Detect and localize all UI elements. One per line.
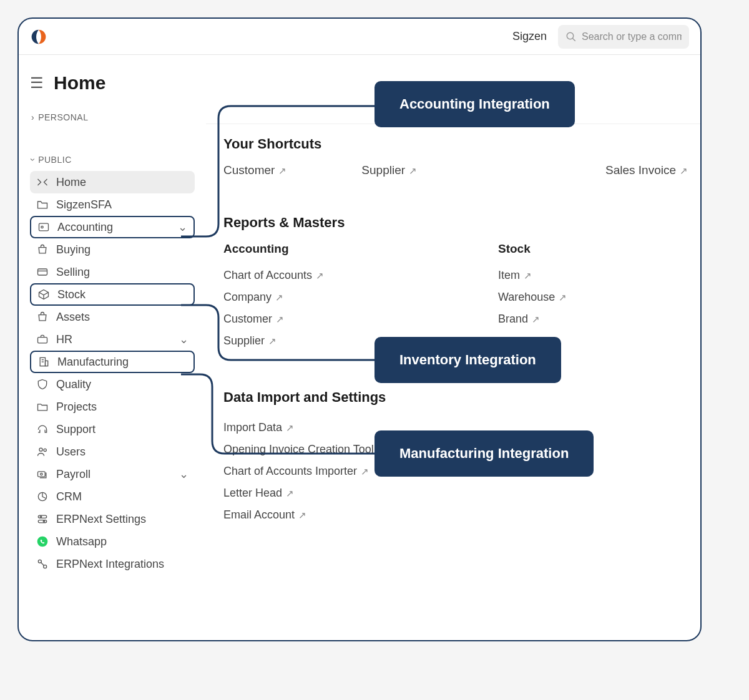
safe-icon bbox=[37, 221, 50, 233]
sidebar-item-label: HR bbox=[56, 333, 72, 346]
sidebar-item-selling[interactable]: Selling bbox=[30, 261, 195, 283]
svg-point-13 bbox=[44, 449, 46, 451]
shortcut-supplier[interactable]: Supplier↗ bbox=[361, 163, 417, 177]
shield-icon bbox=[36, 378, 49, 391]
svg-rect-4 bbox=[38, 269, 47, 275]
link-label: Customer bbox=[223, 313, 272, 325]
chevron-down-icon: ⌄ bbox=[179, 333, 188, 346]
link-label: Opening Invoice Creation Tool bbox=[223, 443, 374, 455]
sidebar-item-label: Assets bbox=[56, 311, 90, 324]
shortcut-label: Supplier bbox=[361, 163, 405, 177]
sidebar-item-label: ERPNext Integrations bbox=[56, 558, 164, 571]
box-icon bbox=[37, 288, 50, 301]
sidebar-item-label: Home bbox=[56, 176, 86, 189]
sidebar-item-erpnext-settings[interactable]: ERPNext Settings bbox=[30, 508, 195, 530]
link-label: Company bbox=[223, 291, 272, 303]
sidebar-item-accounting[interactable]: Accounting ⌄ bbox=[30, 216, 195, 238]
sidebar-item-assets[interactable]: Assets bbox=[30, 306, 195, 328]
users-icon bbox=[36, 445, 49, 458]
sidebar-item-users[interactable]: Users bbox=[30, 440, 195, 463]
svg-point-19 bbox=[40, 516, 42, 518]
card-icon bbox=[36, 266, 49, 278]
shortcut-sales-invoice[interactable]: Sales Invoice↗ bbox=[605, 163, 688, 177]
menu-icon[interactable]: ☰ bbox=[30, 75, 44, 90]
external-icon: ↗ bbox=[409, 165, 417, 176]
link-warehouse[interactable]: Warehouse↗ bbox=[498, 286, 685, 308]
sidebar-item-label: Users bbox=[56, 445, 86, 459]
shortcuts-title: Your Shortcuts bbox=[223, 136, 688, 152]
sidebar-item-label: Quality bbox=[56, 378, 91, 391]
external-icon: ↗ bbox=[276, 314, 284, 324]
sidebar-item-hr[interactable]: HR ⌄ bbox=[30, 328, 195, 351]
external-icon: ↗ bbox=[524, 270, 532, 281]
sidebar-item-crm[interactable]: CRM bbox=[30, 485, 195, 508]
sidebar-item-support[interactable]: Support bbox=[30, 418, 195, 440]
callout-accounting: Accounting Integration bbox=[374, 81, 575, 127]
svg-rect-17 bbox=[38, 515, 46, 518]
svg-rect-18 bbox=[38, 520, 46, 523]
sidebar-item-label: Payroll bbox=[56, 468, 91, 481]
shortcut-customer[interactable]: Customer↗ bbox=[223, 163, 286, 177]
sidebar-item-payroll[interactable]: Payroll ⌄ bbox=[30, 463, 195, 485]
sidebar-item-erpnext-integrations[interactable]: ERPNext Integrations bbox=[30, 553, 195, 575]
briefcase-icon bbox=[36, 333, 49, 346]
link-label: Import Data bbox=[223, 421, 282, 434]
sidebar-item-buying[interactable]: Buying bbox=[30, 238, 195, 261]
sidebar: ☰ Home › PERSONAL › PUBLIC Home Sigzen bbox=[19, 55, 206, 640]
link-label: Letter Head bbox=[223, 487, 282, 499]
tools-icon bbox=[36, 176, 49, 188]
link-item[interactable]: Item↗ bbox=[498, 265, 685, 286]
sidebar-item-whatsapp[interactable]: Whatsapp bbox=[30, 530, 195, 553]
svg-rect-2 bbox=[39, 223, 49, 231]
sidebar-item-quality[interactable]: Quality bbox=[30, 373, 195, 396]
folder-icon bbox=[36, 198, 49, 211]
sidebar-item-stock[interactable]: Stock bbox=[30, 283, 195, 306]
sidebar-item-manufacturing[interactable]: Manufacturing bbox=[30, 351, 195, 373]
svg-rect-9 bbox=[46, 361, 48, 366]
svg-rect-14 bbox=[38, 472, 46, 477]
link-brand[interactable]: Brand↗ bbox=[498, 308, 685, 330]
search-placeholder: Search or type a command bbox=[582, 31, 682, 42]
link-customer[interactable]: Customer↗ bbox=[223, 308, 448, 330]
sidebar-personal-label: PERSONAL bbox=[38, 112, 88, 122]
whatsapp-icon bbox=[36, 535, 49, 548]
sidebar-item-home[interactable]: Home bbox=[30, 171, 195, 193]
folder-open-icon bbox=[36, 401, 49, 413]
external-icon: ↗ bbox=[559, 292, 567, 303]
search-icon bbox=[565, 31, 577, 42]
link-email-account[interactable]: Email Account↗ bbox=[223, 504, 688, 526]
sidebar-item-label: Whatsapp bbox=[56, 535, 107, 548]
sidebar-item-label: Buying bbox=[56, 243, 91, 256]
sidebar-item-sigzensfa[interactable]: SigzenSFA bbox=[30, 193, 195, 216]
sliders-icon bbox=[36, 513, 49, 525]
sidebar-section-personal[interactable]: › PERSONAL bbox=[31, 112, 195, 122]
link-letter-head[interactable]: Letter Head↗ bbox=[223, 482, 688, 504]
sidebar-item-label: Manufacturing bbox=[57, 356, 129, 369]
search-input[interactable]: Search or type a command bbox=[558, 25, 689, 49]
svg-point-15 bbox=[41, 473, 42, 475]
sidebar-item-label: SigzenSFA bbox=[56, 198, 112, 211]
link-label: Brand bbox=[498, 313, 528, 325]
sidebar-item-label: Accounting bbox=[57, 221, 113, 234]
link-label: Email Account bbox=[223, 508, 295, 521]
sidebar-item-label: CRM bbox=[56, 490, 82, 503]
headphones-icon bbox=[36, 423, 49, 435]
svg-point-3 bbox=[41, 226, 43, 228]
external-icon: ↗ bbox=[680, 165, 688, 176]
shopping-bag-icon bbox=[36, 311, 49, 323]
bag-icon bbox=[36, 243, 49, 256]
chevron-down-icon: ⌄ bbox=[178, 220, 187, 234]
reports-title: Reports & Masters bbox=[223, 215, 688, 231]
external-icon: ↗ bbox=[275, 292, 283, 303]
stock-subheader: Stock bbox=[498, 242, 685, 256]
link-company[interactable]: Company↗ bbox=[223, 286, 448, 308]
link-chart-of-accounts[interactable]: Chart of Accounts↗ bbox=[223, 265, 448, 286]
link-label: Warehouse bbox=[498, 291, 555, 303]
chevron-right-icon: › bbox=[31, 112, 34, 122]
sidebar-item-label: Support bbox=[56, 423, 95, 436]
sidebar-item-projects[interactable]: Projects bbox=[30, 396, 195, 418]
svg-point-20 bbox=[43, 521, 45, 523]
sidebar-section-public[interactable]: › PUBLIC bbox=[31, 155, 195, 165]
external-icon: ↗ bbox=[361, 466, 369, 477]
callout-inventory: Inventory Integration bbox=[374, 337, 561, 383]
